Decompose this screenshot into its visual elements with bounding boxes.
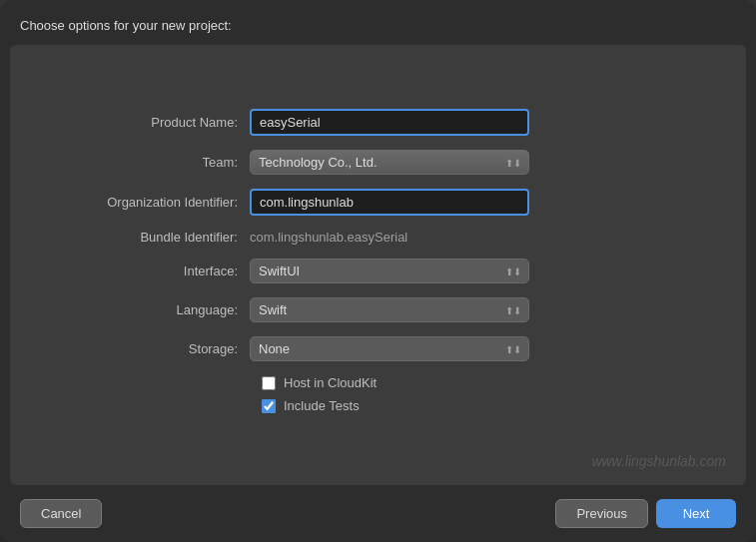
org-id-input[interactable]	[250, 189, 529, 216]
org-id-control	[250, 189, 529, 216]
team-select[interactable]: Technology Co., Ltd.	[250, 150, 529, 175]
previous-button[interactable]: Previous	[555, 499, 648, 528]
product-name-row: Product Name:	[50, 109, 706, 136]
bundle-id-value: com.lingshunlab.easySerial	[250, 226, 407, 249]
dialog-header: Choose options for your new project:	[0, 0, 756, 45]
product-name-input[interactable]	[250, 109, 529, 136]
interface-control: SwiftUI Storyboard ⬆⬇	[250, 259, 529, 283]
storage-row: Storage: None Core Data CloudKit ⬆⬇	[50, 336, 706, 361]
nav-buttons: Previous Next	[555, 499, 736, 528]
storage-select[interactable]: None Core Data CloudKit	[250, 336, 529, 361]
org-id-label: Organization Identifier:	[50, 195, 250, 210]
host-cloudkit-label: Host in CloudKit	[284, 375, 377, 390]
host-cloudkit-row: Host in CloudKit	[50, 375, 706, 390]
interface-label: Interface:	[50, 264, 250, 278]
watermark: www.lingshunlab.com	[591, 453, 726, 469]
language-row: Language: Swift Objective-C ⬆⬇	[50, 297, 706, 322]
org-id-row: Organization Identifier:	[50, 189, 706, 216]
product-name-label: Product Name:	[50, 115, 250, 130]
new-project-dialog: Choose options for your new project: Pro…	[0, 0, 756, 542]
language-control: Swift Objective-C ⬆⬇	[250, 297, 529, 322]
dialog-content: Product Name: Team: Technology Co., Ltd.…	[10, 45, 746, 485]
interface-select[interactable]: SwiftUI Storyboard	[250, 259, 529, 283]
cancel-button[interactable]: Cancel	[20, 499, 102, 528]
language-select[interactable]: Swift Objective-C	[250, 297, 529, 322]
storage-control: None Core Data CloudKit ⬆⬇	[250, 336, 529, 361]
host-cloudkit-checkbox[interactable]	[262, 376, 276, 390]
bundle-id-row: Bundle Identifier: com.lingshunlab.easyS…	[50, 230, 706, 245]
team-label: Team:	[50, 155, 250, 170]
interface-select-wrapper: SwiftUI Storyboard ⬆⬇	[250, 259, 529, 283]
dialog-title: Choose options for your new project:	[20, 18, 232, 33]
bundle-id-control: com.lingshunlab.easySerial	[250, 230, 529, 245]
storage-select-wrapper: None Core Data CloudKit ⬆⬇	[250, 336, 529, 361]
team-row: Team: Technology Co., Ltd. ⬆⬇	[50, 150, 706, 175]
include-tests-label: Include Tests	[284, 398, 360, 413]
bundle-id-label: Bundle Identifier:	[50, 230, 250, 245]
next-button[interactable]: Next	[656, 499, 736, 528]
interface-row: Interface: SwiftUI Storyboard ⬆⬇	[50, 259, 706, 283]
dialog-footer: Cancel Previous Next	[0, 485, 756, 542]
team-select-wrapper: Technology Co., Ltd. ⬆⬇	[250, 150, 529, 175]
language-select-wrapper: Swift Objective-C ⬆⬇	[250, 297, 529, 322]
language-label: Language:	[50, 302, 250, 317]
product-name-control	[250, 109, 529, 136]
include-tests-checkbox[interactable]	[262, 399, 276, 413]
storage-label: Storage:	[50, 341, 250, 356]
include-tests-row: Include Tests	[50, 398, 706, 413]
team-control: Technology Co., Ltd. ⬆⬇	[250, 150, 529, 175]
